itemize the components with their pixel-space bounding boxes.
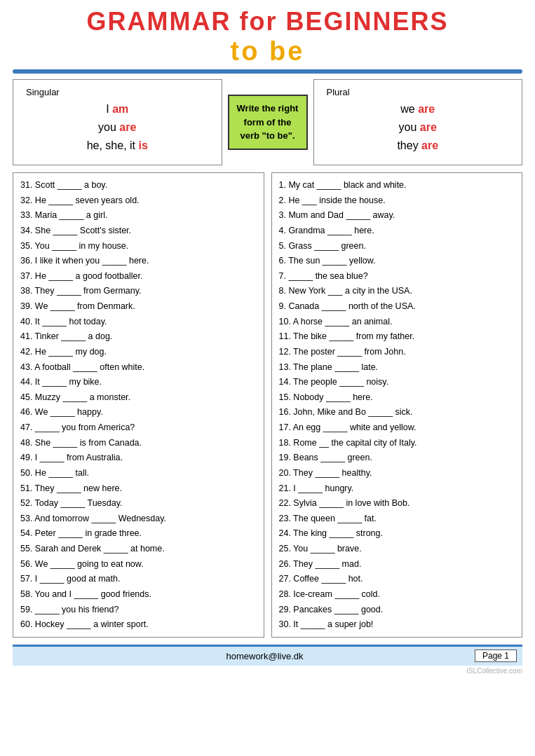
left-exercise-item: 32. He _____ seven years old. <box>20 193 257 208</box>
plural-box: Plural we are you are they are <box>313 79 523 165</box>
right-exercise-item: 8. New York ___ a city in the USA. <box>279 284 515 298</box>
conjugation-area: Singular I am you are he, she, it is Wri… <box>13 79 522 165</box>
singular-you: you are <box>26 121 209 134</box>
left-exercise-item: 50. He _____ tall. <box>20 466 257 481</box>
right-exercises-col: 1. My cat _____ black and white.2. He __… <box>271 172 523 638</box>
left-exercise-item: 39. We _____ from Denmark. <box>20 299 257 314</box>
left-exercise-item: 38. They _____ from Germany. <box>20 284 257 298</box>
watermark: iSLCollective.com <box>13 667 522 675</box>
left-exercise-item: 54. Peter _____ in grade three. <box>20 526 257 541</box>
title-area: GRAMMAR for BEGINNERS to be <box>13 7 522 67</box>
right-exercise-item: 24. The king _____ strong. <box>279 526 515 541</box>
right-exercise-item: 6. The sun _____ yellow. <box>279 254 515 268</box>
right-exercise-item: 15. Nobody _____ here. <box>279 390 515 405</box>
right-exercise-item: 25. You _____ brave. <box>279 542 515 556</box>
left-exercise-item: 57. I _____ good at math. <box>20 572 257 586</box>
page-badge: Page 1 <box>475 650 517 662</box>
plural-they: they are <box>327 139 510 152</box>
right-exercise-item: 26. They _____ mad. <box>279 557 515 572</box>
left-exercise-item: 52. Today _____ Tuesday. <box>20 496 257 511</box>
right-exercise-item: 28. Ice-cream _____ cold. <box>279 587 515 602</box>
verb-are-pl: are <box>420 121 437 133</box>
right-exercise-item: 17. An egg _____ white and yellow. <box>279 420 515 435</box>
right-exercise-item: 5. Grass _____ green. <box>279 239 515 254</box>
left-exercise-item: 49. I _____ from Australia. <box>20 451 257 465</box>
right-exercise-item: 19. Beans _____ green. <box>279 451 515 465</box>
plural-we: we are <box>327 103 510 116</box>
left-exercise-item: 34. She _____ Scott's sister. <box>20 224 257 238</box>
footer-page: Page 1 <box>391 650 522 662</box>
left-exercise-item: 47. _____ you from America? <box>20 420 257 435</box>
left-exercise-item: 60. Hockey _____ a winter sport. <box>20 617 257 632</box>
left-exercise-item: 53. And tomorrow _____ Wednesday. <box>20 511 257 526</box>
singular-label: Singular <box>26 87 209 97</box>
right-exercise-item: 16. John, Mike and Bo _____ sick. <box>279 405 515 420</box>
left-exercise-item: 55. Sarah and Derek _____ at home. <box>20 542 257 556</box>
verb-is: is <box>138 139 147 151</box>
right-exercise-item: 18. Rome __ the capital city of Italy. <box>279 436 515 451</box>
right-exercise-item: 29. Pancakes _____ good. <box>279 603 515 617</box>
left-exercise-item: 51. They _____ new here. <box>20 481 257 496</box>
left-exercise-item: 45. Muzzy _____ a monster. <box>20 390 257 405</box>
left-exercise-item: 56. We _____ going to eat now. <box>20 557 257 572</box>
footer: homework@live.dk Page 1 <box>13 645 522 666</box>
left-exercises-col: 31. Scott _____ a boy.32. He _____ seven… <box>13 172 264 638</box>
left-exercise-item: 37. He _____ a good footballer. <box>20 269 257 284</box>
left-exercise-item: 31. Scott _____ a boy. <box>20 178 257 193</box>
right-exercise-item: 7. _____ the sea blue? <box>279 269 515 284</box>
right-exercise-item: 3. Mum and Dad _____ away. <box>279 208 515 223</box>
verb-are-they: are <box>421 139 438 151</box>
verb-are-sg: are <box>119 121 136 133</box>
left-exercise-item: 59. _____ you his friend? <box>20 603 257 617</box>
right-exercise-item: 27. Coffee _____ hot. <box>279 572 515 586</box>
left-exercise-item: 42. He _____ my dog. <box>20 345 257 359</box>
left-exercise-item: 44. It _____ my bike. <box>20 375 257 390</box>
plural-you: you are <box>327 121 510 134</box>
singular-he: he, she, it is <box>26 139 209 152</box>
right-exercise-item: 11. The bike _____ from my father. <box>279 329 515 344</box>
right-exercise-item: 13. The plane _____ late. <box>279 360 515 375</box>
right-exercise-item: 30. It _____ a super job! <box>279 617 515 632</box>
right-exercise-item: 4. Grandma _____ here. <box>279 224 515 238</box>
instruction-box: Write the right form of the verb "to be"… <box>228 95 308 150</box>
left-exercise-item: 58. You and I _____ good friends. <box>20 587 257 602</box>
right-exercise-item: 23. The queen _____ fat. <box>279 511 515 526</box>
verb-are-we: are <box>418 103 435 115</box>
blue-divider-top <box>13 69 522 74</box>
instruction-area: Write the right form of the verb "to be"… <box>222 79 313 165</box>
right-exercise-item: 21. I _____ hungry. <box>279 481 515 496</box>
left-exercise-item: 48. She _____ is from Canada. <box>20 436 257 451</box>
right-exercise-item: 10. A horse _____ an animal. <box>279 315 515 329</box>
verb-am: am <box>112 103 128 115</box>
left-exercise-item: 36. I like it when you _____ here. <box>20 254 257 268</box>
tobe-title: to be <box>13 36 522 67</box>
singular-box: Singular I am you are he, she, it is <box>13 79 222 165</box>
left-exercise-item: 35. You _____ in my house. <box>20 239 257 254</box>
main-title: GRAMMAR for BEGINNERS <box>13 7 522 36</box>
exercises-area: 31. Scott _____ a boy.32. He _____ seven… <box>13 172 522 638</box>
left-exercise-item: 41. Tinker _____ a dog. <box>20 329 257 344</box>
right-exercise-item: 14. The people _____ noisy. <box>279 375 515 390</box>
footer-email: homework@live.dk <box>139 651 391 661</box>
left-exercise-item: 43. A football _____ often white. <box>20 360 257 375</box>
right-exercise-item: 20. They _____ healthy. <box>279 466 515 481</box>
plural-label: Plural <box>327 87 510 97</box>
right-exercise-item: 12. The poster _____ from John. <box>279 345 515 359</box>
right-exercise-item: 1. My cat _____ black and white. <box>279 178 515 193</box>
singular-i: I am <box>26 103 209 116</box>
page: GRAMMAR for BEGINNERS to be Singular I a… <box>0 0 535 756</box>
left-exercise-item: 40. It _____ hot today. <box>20 315 257 329</box>
right-exercise-item: 22. Sylvia _____ in love with Bob. <box>279 496 515 511</box>
left-exercise-item: 46. We _____ happy. <box>20 405 257 420</box>
right-exercise-item: 2. He ___ inside the house. <box>279 193 515 208</box>
right-exercise-item: 9. Canada _____ north of the USA. <box>279 299 515 314</box>
left-exercise-item: 33. Maria _____ a girl. <box>20 208 257 223</box>
